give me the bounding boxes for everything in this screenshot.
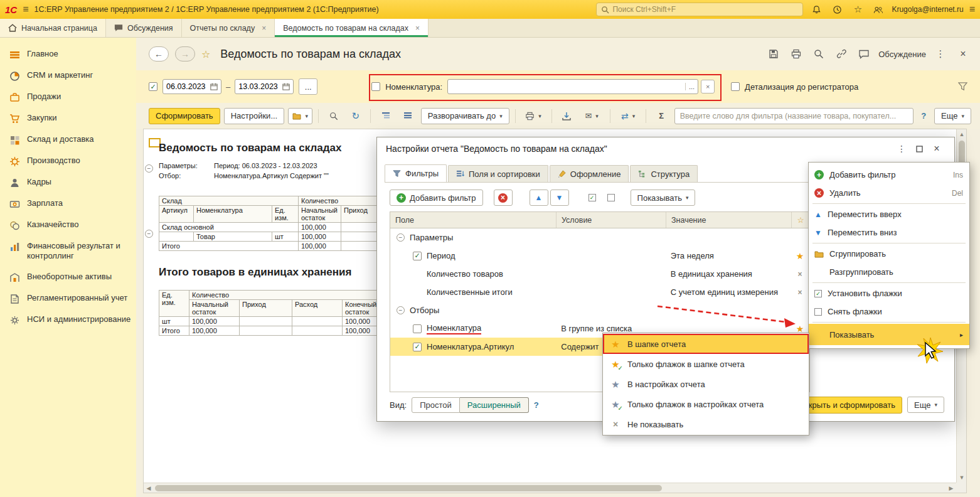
- show-mode-button[interactable]: Показывать▾: [631, 190, 696, 206]
- nomenclature-input[interactable]: [451, 82, 683, 92]
- submenu-item-do-not-show[interactable]: × Не показывать: [603, 414, 809, 434]
- dialog-help-button[interactable]: ?: [534, 400, 539, 410]
- not-shown-x-icon[interactable]: ×: [798, 288, 802, 297]
- get-link-icon[interactable]: [833, 46, 850, 61]
- cell-unit[interactable]: шт: [159, 317, 189, 326]
- collapse-group-icon[interactable]: −: [397, 233, 405, 242]
- date-from-field[interactable]: [162, 79, 221, 94]
- expand-to-button[interactable]: Разворачивать до▾: [421, 108, 509, 124]
- scrollbar-thumb[interactable]: [155, 485, 662, 491]
- favorite-star-icon[interactable]: ☆: [201, 48, 210, 60]
- sidebar-item-nsi[interactable]: НСИ и администрирование: [0, 309, 136, 331]
- dialog-maximize-icon[interactable]: [910, 141, 928, 156]
- menu-item-move-down[interactable]: ▼ Переместить вниз: [809, 223, 969, 242]
- filter-funnel-icon[interactable]: [958, 82, 967, 91]
- set-all-checks-button[interactable]: ✓: [583, 190, 602, 206]
- cell-unit[interactable]: шт: [272, 232, 299, 242]
- table-row[interactable]: Склад основной 100,000: [159, 223, 390, 232]
- scroll-left-icon[interactable]: ◀: [144, 483, 154, 493]
- date-to-input[interactable]: [238, 82, 280, 91]
- print-icon[interactable]: [788, 46, 804, 61]
- scroll-down-icon[interactable]: ▼: [957, 473, 967, 483]
- notifications-bell-icon[interactable]: [809, 3, 824, 16]
- collapse-group-icon[interactable]: −: [145, 230, 153, 238]
- send-mail-button[interactable]: ✉▾: [580, 108, 604, 124]
- dialog-more-button[interactable]: Еще▾: [907, 397, 944, 413]
- close-window-icon[interactable]: ×: [955, 46, 971, 61]
- tab-structure[interactable]: Структура: [630, 165, 698, 182]
- menu-item-show[interactable]: Показывать ▸: [809, 324, 969, 345]
- nomenclature-picker-button[interactable]: ...: [685, 83, 695, 90]
- save-file-icon[interactable]: [558, 108, 576, 124]
- star-column-icon[interactable]: ☆: [792, 212, 809, 228]
- view-simple-button[interactable]: Простой: [412, 397, 460, 413]
- tab-warehouse-reports[interactable]: Отчеты по складу ×: [182, 19, 275, 37]
- row-quantity-totals[interactable]: Количественные итоги С учетом единиц изм…: [390, 283, 809, 301]
- date-to-field[interactable]: [235, 79, 294, 94]
- scroll-right-icon[interactable]: ▶: [946, 483, 956, 493]
- quick-filter-input[interactable]: [680, 112, 908, 120]
- table-row[interactable]: шт 100,000 100,000: [159, 317, 393, 326]
- refresh-icon[interactable]: ↻: [346, 108, 365, 124]
- generate-button[interactable]: Сформировать: [149, 108, 220, 124]
- collapse-group-icon[interactable]: −: [145, 164, 153, 173]
- quantity-totals-value[interactable]: С учетом единиц измерения: [666, 287, 791, 297]
- delete-filter-button[interactable]: ×: [494, 190, 513, 206]
- row-parameters-group[interactable]: −Параметры: [390, 228, 809, 247]
- nav-forward-button[interactable]: →: [175, 46, 195, 61]
- period-value[interactable]: Эта неделя: [666, 251, 791, 260]
- move-down-button[interactable]: ▼: [550, 190, 569, 206]
- sidebar-item-assets[interactable]: Внеоборотные активы: [0, 267, 136, 288]
- submenu-item-only-checkbox-settings[interactable]: ★✓ Только флажок в настройках отчета: [603, 394, 809, 414]
- help-button[interactable]: ?: [917, 108, 930, 124]
- row-goods-count[interactable]: Количество товаров В единицах хранения ×: [390, 265, 809, 283]
- row-selections-group[interactable]: −Отборы: [390, 301, 809, 319]
- sidebar-item-purchases[interactable]: Закупки: [0, 108, 136, 129]
- tab-fields-sorting[interactable]: Поля и сортировки: [448, 165, 548, 182]
- calendar-icon[interactable]: [210, 83, 218, 90]
- collapse-rows-icon[interactable]: [376, 108, 395, 124]
- nomenclature-checkbox[interactable]: [371, 82, 380, 91]
- col-field[interactable]: Поле: [390, 212, 557, 228]
- quick-filter-field[interactable]: [674, 108, 913, 124]
- preview-search-icon[interactable]: [811, 46, 827, 61]
- favorites-star-icon[interactable]: ☆: [850, 3, 865, 16]
- clear-all-checks-button[interactable]: [602, 190, 620, 206]
- nomenclature-condition[interactable]: В группе из списка: [556, 324, 665, 333]
- submenu-item-in-settings[interactable]: ★ В настройках отчета: [603, 374, 809, 394]
- show-in-header-star-icon[interactable]: ★: [796, 251, 804, 261]
- horizontal-scrollbar[interactable]: ◀ ▶: [144, 483, 956, 493]
- cell-item-name[interactable]: Товар: [194, 232, 272, 242]
- sidebar-item-salary[interactable]: Зарплата: [0, 193, 136, 215]
- table-row[interactable]: Товар шт 100,000: [159, 232, 390, 242]
- tab-active-report[interactable]: Ведомость по товарам на складах ×: [275, 19, 429, 37]
- date-from-input[interactable]: [166, 82, 208, 91]
- sidebar-item-crm[interactable]: CRM и маркетинг: [0, 65, 136, 87]
- menu-item-set-checks[interactable]: ✓ Установить флажки: [809, 284, 969, 302]
- col-condition[interactable]: Условие: [557, 212, 666, 228]
- artikul-row-checkbox[interactable]: ✓: [413, 343, 422, 351]
- cell-value[interactable]: 100,000: [299, 223, 341, 232]
- sidebar-item-sales[interactable]: Продажи: [0, 87, 136, 108]
- menu-item-group[interactable]: Сгруппировать: [809, 245, 969, 263]
- expand-rows-icon[interactable]: [399, 108, 417, 124]
- sidebar-item-hr[interactable]: Кадры: [0, 172, 136, 193]
- view-advanced-button[interactable]: Расширенный: [460, 397, 529, 413]
- add-filter-button[interactable]: +Добавить фильтр: [390, 190, 483, 206]
- tab-discussions[interactable]: Обсуждения: [106, 19, 182, 37]
- report-variants-button[interactable]: ▾: [288, 108, 312, 124]
- dialog-close-icon[interactable]: ×: [928, 141, 945, 156]
- save-icon[interactable]: [765, 46, 782, 61]
- menu-item-clear-checks[interactable]: Снять флажки: [809, 302, 969, 321]
- history-icon[interactable]: [829, 3, 844, 16]
- discussion-link[interactable]: Обсуждение: [878, 50, 926, 59]
- topbar-more-icon[interactable]: ≡: [969, 4, 975, 15]
- global-search[interactable]: [596, 3, 803, 16]
- table-row-total[interactable]: Итого 100,000: [159, 242, 390, 251]
- cell-value[interactable]: 100,000: [189, 317, 240, 326]
- users-icon[interactable]: [871, 3, 886, 16]
- sidebar-item-production[interactable]: Производство: [0, 151, 136, 172]
- discussion-chat-icon[interactable]: [856, 46, 872, 61]
- cell-value[interactable]: 100,000: [299, 232, 341, 242]
- goods-count-value[interactable]: В единицах хранения: [666, 269, 791, 279]
